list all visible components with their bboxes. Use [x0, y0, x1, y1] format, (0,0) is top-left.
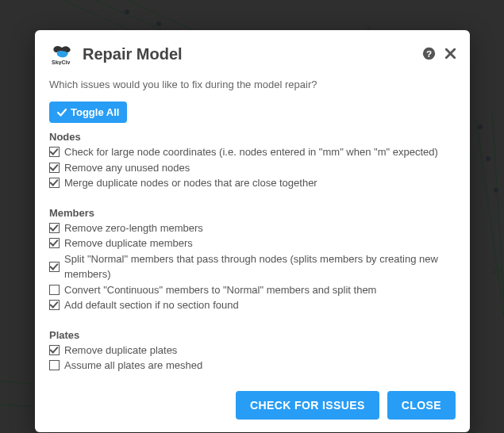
checkbox-label: Add default section if no section found — [64, 297, 239, 313]
checkbox-row[interactable]: Split "Normal" members that pass through… — [49, 251, 456, 282]
checkbox[interactable] — [49, 360, 60, 370]
prompt-text: Which issues would you like to fix durin… — [49, 79, 456, 90]
checkbox-label: Check for large node coordinates (i.e. n… — [64, 144, 438, 160]
skyciv-logo: SkyCiv — [49, 41, 75, 67]
checkbox-label: Split "Normal" members that pass through… — [64, 251, 456, 282]
checkbox[interactable] — [49, 262, 60, 272]
checkbox-label: Remove duplicate plates — [64, 343, 177, 358]
check-icon — [57, 108, 67, 117]
close-button[interactable]: CLOSE — [387, 391, 456, 420]
svg-text:SkyCiv: SkyCiv — [52, 59, 70, 65]
repair-model-dialog: SkyCiv Repair Model ? Which issues would… — [35, 30, 470, 432]
checkbox-label: Assume all plates are meshed — [64, 358, 202, 374]
svg-text:?: ? — [426, 48, 432, 58]
checkbox[interactable] — [49, 300, 60, 310]
modal-header: SkyCiv Repair Model ? — [49, 41, 456, 67]
modal-title: Repair Model — [83, 45, 422, 63]
checkbox-label: Convert "Continuous" members to "Normal"… — [64, 282, 376, 298]
checkbox-row[interactable]: Merge duplicate nodes or nodes that are … — [49, 175, 456, 191]
checkbox-row[interactable]: Convert "Continuous" members to "Normal"… — [49, 282, 456, 298]
checkbox-label: Merge duplicate nodes or nodes that are … — [64, 175, 317, 191]
toggle-all-label: Toggle All — [71, 106, 119, 118]
section-heading-members: Members — [49, 207, 456, 219]
checkbox[interactable] — [49, 345, 60, 355]
checkbox[interactable] — [49, 178, 60, 188]
checkbox-row[interactable]: Remove any unused nodes — [49, 160, 456, 176]
section-heading-nodes: Nodes — [49, 131, 456, 143]
checkbox-row[interactable]: Check for large node coordinates (i.e. n… — [49, 144, 456, 160]
checkbox-row[interactable]: Remove zero-length members — [49, 220, 456, 236]
check-for-issues-button[interactable]: CHECK FOR ISSUES — [236, 391, 379, 420]
toggle-all-button[interactable]: Toggle All — [49, 102, 127, 123]
checkbox-label: Remove duplicate members — [64, 236, 193, 251]
checkbox-row[interactable]: Remove duplicate plates — [49, 343, 456, 358]
close-icon[interactable] — [445, 48, 456, 61]
checkbox-row[interactable]: Remove duplicate members — [49, 236, 456, 251]
checkbox[interactable] — [49, 285, 60, 295]
checkbox-row[interactable]: Add default section if no section found — [49, 297, 456, 313]
checkbox-label: Remove zero-length members — [64, 220, 203, 236]
checkbox-label: Remove any unused nodes — [64, 160, 190, 176]
checkbox[interactable] — [49, 147, 60, 157]
section-heading-plates: Plates — [49, 329, 456, 341]
checkbox[interactable] — [49, 223, 60, 233]
checkbox[interactable] — [49, 163, 60, 173]
checkbox-row[interactable]: Assume all plates are meshed — [49, 358, 456, 374]
modal-footer: CHECK FOR ISSUES CLOSE — [49, 391, 456, 420]
help-icon[interactable]: ? — [422, 47, 436, 63]
checkbox[interactable] — [49, 238, 60, 248]
